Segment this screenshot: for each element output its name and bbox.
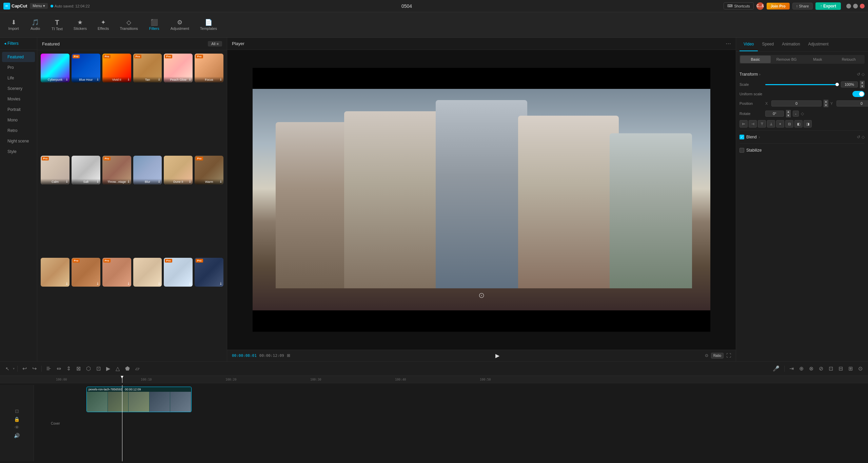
filter-card-row3b[interactable]: Pro ⤓ <box>72 258 100 287</box>
all-button[interactable]: All ≡ <box>208 41 222 46</box>
rotate-down[interactable]: ▼ <box>786 114 791 117</box>
mirror-v-button[interactable]: ⇕ <box>64 364 73 373</box>
tl-link-button[interactable]: ⊗ <box>807 364 815 373</box>
stabilize-checkbox[interactable] <box>739 148 744 153</box>
track-visibility-toggle[interactable]: 👁 <box>2 425 32 430</box>
position-y-input[interactable] <box>836 100 868 107</box>
align-fill-h[interactable]: ◧ <box>794 120 803 128</box>
toolbar-filters[interactable]: ⬛ Filters <box>144 17 164 33</box>
flip-button[interactable]: - <box>793 111 799 117</box>
freeze-button[interactable]: ⊡ <box>94 364 103 373</box>
filter-card-focus[interactable]: Pro Focus ⤓ <box>195 54 223 82</box>
transform-reset-button[interactable]: ↺ <box>857 72 860 77</box>
player-menu-button[interactable]: ⋯ <box>726 40 731 47</box>
tab-adjustment[interactable]: Adjustment <box>804 38 833 51</box>
playhead[interactable] <box>122 376 122 383</box>
menu-button[interactable]: Menu ▾ <box>30 3 48 9</box>
filter-card-bluehour[interactable]: Pro Blue Hour ⤓ <box>72 54 100 82</box>
align-center-h[interactable]: ⊣ <box>749 120 757 128</box>
filter-card-dune2[interactable]: Dune II ⤓ <box>164 156 193 185</box>
tl-insert-button[interactable]: ⇥ <box>787 364 796 373</box>
rotate-keyframe-button[interactable]: ◇ <box>801 111 804 116</box>
play-button[interactable]: ▶ <box>495 352 499 359</box>
minimize-button[interactable] <box>846 4 851 8</box>
category-featured[interactable]: Featured <box>2 52 35 62</box>
filter-card-tan[interactable]: Pro Tan ⤓ <box>133 54 162 82</box>
crop-button[interactable]: ⬟ <box>123 364 132 373</box>
align-top[interactable]: ⊥ <box>767 120 775 128</box>
tl-caption-button[interactable]: ⊡ <box>827 364 835 373</box>
mask-tl-button[interactable]: ▱ <box>133 364 141 373</box>
filter-card-row3a[interactable]: ⤓ <box>41 258 70 287</box>
scale-down-btn[interactable]: ▼ <box>860 84 865 88</box>
redo-button[interactable]: ↪ <box>30 364 39 373</box>
position-x-down[interactable]: ▼ <box>824 103 828 107</box>
tl-add-button[interactable]: ⊕ <box>797 364 806 373</box>
category-mono[interactable]: Mono <box>2 115 35 125</box>
filter-card-row3c[interactable]: Pro ⤓ <box>102 258 131 287</box>
uniform-scale-toggle[interactable] <box>852 91 865 97</box>
tl-unlink-button[interactable]: ⊘ <box>817 364 825 373</box>
blend-keyframe-button[interactable]: ◇ <box>862 135 865 139</box>
mic-button[interactable]: 🎤 <box>771 364 782 373</box>
track-audio-toggle[interactable]: 🔊 <box>2 433 32 438</box>
filter-card-salt[interactable]: Salt ⤓ <box>72 156 100 185</box>
filter-card-cyberpunk[interactable]: Cyberpunk ⤓ <box>41 54 70 82</box>
subtab-retouch[interactable]: Retouch <box>833 56 864 63</box>
blend-checkbox[interactable]: ✓ <box>739 135 744 139</box>
scale-slider[interactable] <box>765 84 839 85</box>
play-through-button[interactable]: ▶ <box>104 364 112 373</box>
filter-card-warm[interactable]: Pro Warm ⤓ <box>195 156 223 185</box>
export-button[interactable]: ↑ Export <box>815 2 841 10</box>
add-button[interactable]: △ <box>114 364 122 373</box>
category-movies[interactable]: Movies <box>2 94 35 104</box>
subtab-mask[interactable]: Mask <box>803 56 833 63</box>
toolbar-transitions[interactable]: ◇ Transitions <box>115 17 142 33</box>
join-pro-button[interactable]: Join Pro <box>767 3 790 9</box>
category-life[interactable]: Life <box>2 73 35 83</box>
toolbar-import[interactable]: ⬇ Import <box>3 17 24 33</box>
tab-speed[interactable]: Speed <box>758 38 778 51</box>
track-thumbnail-toggle[interactable]: ⊡ <box>2 408 32 414</box>
toolbar-audio[interactable]: 🎵 Audio <box>25 17 45 33</box>
filter-card-calm[interactable]: Pro Calm ⤓ <box>41 156 70 185</box>
align-left[interactable]: ⊢ <box>739 120 748 128</box>
align-bottom[interactable]: ⊡ <box>785 120 793 128</box>
category-retro[interactable]: Retro <box>2 126 35 136</box>
snap-button[interactable]: ⬡ <box>84 364 93 373</box>
subtab-removebg[interactable]: Remove BG <box>771 56 802 63</box>
tab-animation[interactable]: Animation <box>778 38 804 51</box>
scale-value[interactable]: 100% <box>841 81 858 88</box>
align-right[interactable]: ⊤ <box>758 120 766 128</box>
scale-up-btn[interactable]: ▲ <box>860 81 865 84</box>
transform-keyframe-button[interactable]: ◇ <box>862 72 865 77</box>
position-x-input[interactable] <box>771 100 822 107</box>
toolbar-stickers[interactable]: ★ Stickers <box>69 17 92 33</box>
toolbar-effects[interactable]: ✦ Effects <box>93 17 114 33</box>
fullscreen-button[interactable]: ⛶ <box>726 353 731 358</box>
align-fill-v[interactable]: ◨ <box>804 120 812 128</box>
blend-reset-button[interactable]: ↺ <box>857 135 860 139</box>
category-pro[interactable]: Pro <box>2 62 35 73</box>
filter-card-row3d[interactable]: ⤓ <box>133 258 162 287</box>
delete-button[interactable]: ⊠ <box>74 364 83 373</box>
filter-card-peachglow[interactable]: Pro Peach Glow ⤓ <box>164 54 193 82</box>
grid-view-button[interactable]: ⊞ <box>287 353 290 358</box>
filter-card-vivid2[interactable]: Pro Vivid II ⤓ <box>102 54 131 82</box>
tl-fit-button[interactable]: ⊞ <box>846 364 855 373</box>
maximize-button[interactable] <box>853 4 858 8</box>
select-tool[interactable]: ↖ <box>3 365 12 372</box>
scale-stepper[interactable]: ▲ ▼ <box>860 81 865 88</box>
category-portrait[interactable]: Portrait <box>2 104 35 115</box>
split-button[interactable]: ⊪ <box>44 364 53 373</box>
toolbar-templates[interactable]: 📄 Templates <box>195 17 222 33</box>
category-style[interactable]: Style <box>2 147 35 157</box>
screenshot-button[interactable]: ⊙ <box>705 353 708 358</box>
toolbar-adjustment[interactable]: ⚙ Adjustment <box>166 17 194 33</box>
filter-card-throwntage[interactable]: Pro Throw...ntage ⤓ <box>102 156 131 185</box>
ratio-button[interactable]: Ratio <box>711 353 724 359</box>
track-lock-toggle[interactable]: 🔒 <box>2 417 32 422</box>
tab-video[interactable]: Video <box>739 38 758 51</box>
toolbar-text[interactable]: T TI Text <box>47 17 67 33</box>
category-scenery[interactable]: Scenery <box>2 83 35 94</box>
